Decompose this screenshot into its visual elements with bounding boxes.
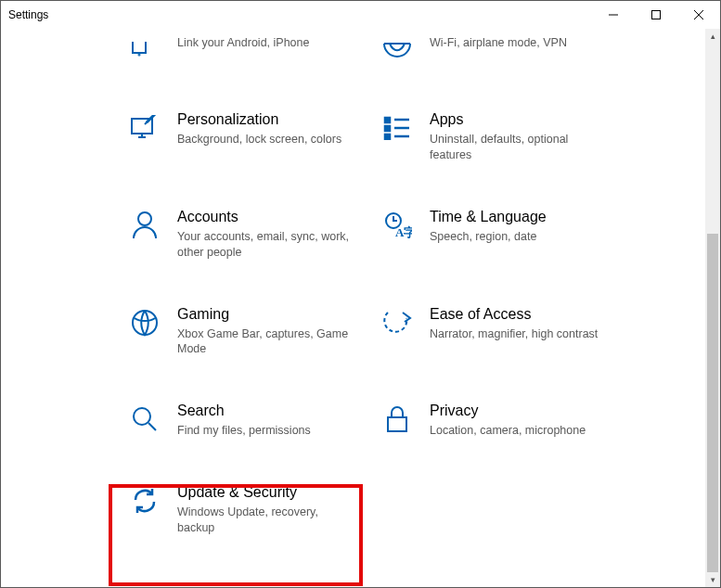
svg-rect-4 xyxy=(385,126,390,131)
tile-desc: Location, camera, microphone xyxy=(430,423,586,439)
svg-point-9 xyxy=(133,311,157,335)
update-security-icon xyxy=(129,485,161,517)
window-controls xyxy=(592,1,720,29)
tile-gaming[interactable]: Gaming Xbox Game Bar, captures, Game Mod… xyxy=(129,305,381,358)
tile-accounts[interactable]: Accounts Your accounts, email, sync, wor… xyxy=(129,208,381,261)
scroll-track[interactable] xyxy=(705,44,720,572)
tile-ease-of-access[interactable]: Ease of Access Narrator, magnifier, high… xyxy=(381,305,634,358)
window-title: Settings xyxy=(8,1,48,29)
svg-rect-0 xyxy=(652,11,661,19)
tile-personalization[interactable]: Personalization Background, lock screen,… xyxy=(129,110,381,163)
tile-desc: Windows Update, recovery, backup xyxy=(177,505,354,536)
apps-icon xyxy=(381,112,413,144)
empty-cell xyxy=(381,483,634,536)
accounts-icon xyxy=(129,210,161,241)
svg-point-6 xyxy=(138,212,151,225)
tile-title: Search xyxy=(177,402,311,420)
titlebar: Settings xyxy=(1,1,720,29)
vertical-scrollbar[interactable]: ▴ ▾ xyxy=(704,29,720,587)
tile-title: Accounts xyxy=(177,208,354,226)
tile-privacy[interactable]: Privacy Location, camera, microphone xyxy=(381,402,634,439)
close-button[interactable] xyxy=(677,1,720,29)
globe-icon xyxy=(381,34,413,66)
tile-desc: Find my files, permissions xyxy=(177,423,311,439)
tile-desc: Wi-Fi, airplane mode, VPN xyxy=(430,35,567,51)
tile-title: Personalization xyxy=(177,110,341,129)
scroll-down-arrow[interactable]: ▾ xyxy=(705,572,720,587)
svg-point-10 xyxy=(134,408,150,425)
tile-phone[interactable]: Link your Android, iPhone xyxy=(129,32,381,66)
settings-grid: Link your Android, iPhone Wi-Fi, airplan… xyxy=(129,29,705,536)
content-area: Link your Android, iPhone Wi-Fi, airplan… xyxy=(1,29,705,587)
phone-icon xyxy=(129,34,161,66)
settings-window: Settings Li xyxy=(0,0,721,588)
tile-apps[interactable]: Apps Uninstall, defaults, optional featu… xyxy=(381,110,634,163)
tile-title: Time & Language xyxy=(430,208,547,226)
svg-text:A字: A字 xyxy=(395,225,412,239)
maximize-button[interactable] xyxy=(635,1,677,29)
tile-title: Ease of Access xyxy=(430,305,598,324)
tile-desc: Link your Android, iPhone xyxy=(177,35,309,51)
tile-title: Privacy xyxy=(430,402,586,420)
tile-update-security[interactable]: Update & Security Windows Update, recove… xyxy=(129,483,381,536)
gaming-icon xyxy=(129,307,161,339)
tile-title: Gaming xyxy=(177,305,354,324)
scroll-up-arrow[interactable]: ▴ xyxy=(705,29,720,44)
scroll-thumb[interactable] xyxy=(707,234,718,572)
tile-search[interactable]: Search Find my files, permissions xyxy=(129,402,381,439)
tile-time-language[interactable]: A字 Time & Language Speech, region, date xyxy=(381,208,634,261)
tile-desc: Narrator, magnifier, high contrast xyxy=(430,326,598,342)
tile-network[interactable]: Wi-Fi, airplane mode, VPN xyxy=(381,32,634,66)
svg-rect-3 xyxy=(385,118,390,122)
ease-of-access-icon xyxy=(381,307,413,339)
svg-rect-5 xyxy=(385,134,390,139)
svg-point-1 xyxy=(139,55,140,56)
privacy-icon xyxy=(381,403,413,435)
time-language-icon: A字 xyxy=(381,210,413,241)
search-icon xyxy=(129,403,161,435)
minimize-button[interactable] xyxy=(592,1,635,29)
tile-desc: Background, lock screen, colors xyxy=(177,132,341,147)
tile-desc: Uninstall, defaults, optional features xyxy=(430,132,606,163)
tile-title: Update & Security xyxy=(177,483,354,502)
tile-title: Apps xyxy=(430,110,606,129)
svg-rect-11 xyxy=(388,417,406,431)
tile-desc: Your accounts, email, sync, work, other … xyxy=(177,229,354,261)
tile-desc: Speech, region, date xyxy=(430,229,547,245)
personalization-icon xyxy=(129,112,161,144)
tile-desc: Xbox Game Bar, captures, Game Mode xyxy=(177,326,354,358)
